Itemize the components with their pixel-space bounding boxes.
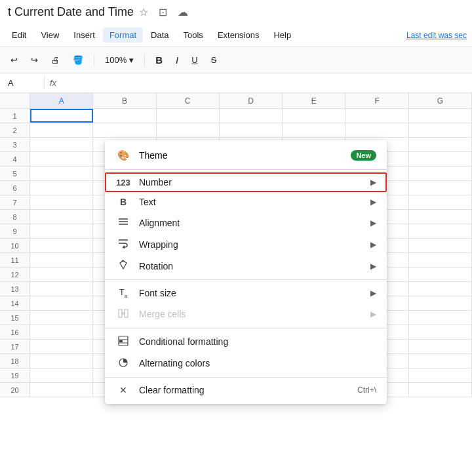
font-size-arrow-icon: ▶ — [370, 288, 376, 298]
zoom-chevron-icon: ▾ — [129, 55, 134, 65]
wrapping-arrow-icon: ▶ — [370, 240, 376, 249]
rotation-label: Rotation — [139, 261, 365, 271]
row-num-14: 14 — [0, 296, 30, 310]
conditional-formatting-menu-item[interactable]: Conditional formatting — [105, 331, 387, 353]
menu-item-format[interactable]: Format — [103, 28, 143, 43]
row-num-8: 8 — [0, 210, 30, 224]
row-num-18: 18 — [0, 354, 30, 368]
grid-row-1: 1 — [0, 109, 472, 123]
clear-formatting-menu-item[interactable]: ✕ Clear formatting Ctrl+\ — [105, 380, 387, 400]
cell-f1[interactable] — [345, 109, 408, 123]
alignment-icon — [115, 216, 131, 229]
conditional-formatting-label: Conditional formatting — [139, 336, 376, 347]
cell-b1[interactable] — [93, 109, 156, 123]
conditional-formatting-icon — [115, 336, 131, 348]
zoom-value: 100% — [105, 55, 127, 65]
text-arrow-icon: ▶ — [370, 197, 376, 207]
col-header-b[interactable]: B — [93, 93, 156, 108]
merge-cells-arrow-icon: ▶ — [370, 309, 376, 319]
menu-bar: Edit View Insert Format Data Tools Exten… — [0, 24, 472, 47]
cell-a1[interactable] — [30, 109, 93, 123]
row-num-15: 15 — [0, 311, 30, 325]
theme-menu-item[interactable]: 🎨 Theme New — [105, 144, 387, 167]
cell-c1[interactable] — [157, 109, 220, 123]
formula-bar: A fx — [0, 73, 472, 93]
divider-3 — [105, 328, 387, 328]
wrapping-icon — [115, 238, 131, 250]
rotation-menu-item[interactable]: Rotation ▶ — [105, 255, 387, 277]
grid-row-2: 2 — [0, 123, 472, 138]
font-size-menu-item[interactable]: Ta Font size ▶ — [105, 283, 387, 304]
bold-button[interactable]: B — [150, 52, 168, 68]
col-header-g[interactable]: G — [409, 93, 472, 108]
wrapping-menu-item[interactable]: Wrapping ▶ — [105, 233, 387, 255]
divider-4 — [105, 377, 387, 378]
row-num-4: 4 — [0, 152, 30, 166]
clear-formatting-icon: ✕ — [115, 385, 131, 395]
clear-formatting-label: Clear formatting — [139, 385, 347, 395]
divider-2 — [105, 279, 387, 280]
star-icon[interactable]: ☆ — [139, 6, 148, 18]
toolbar: ↩ ↪ 🖨 🪣 100% ▾ B I U S — [0, 47, 472, 73]
number-icon: 123 — [115, 178, 131, 188]
rotation-arrow-icon: ▶ — [370, 262, 376, 271]
cell-d1[interactable] — [220, 109, 283, 123]
col-header-a[interactable]: A — [30, 93, 93, 108]
row-num-5: 5 — [0, 167, 30, 180]
row-num-2: 2 — [0, 123, 30, 137]
col-header-e[interactable]: E — [283, 93, 345, 108]
font-size-icon: Ta — [115, 287, 131, 299]
new-badge: New — [351, 150, 376, 161]
alignment-menu-item[interactable]: Alignment ▶ — [105, 212, 387, 233]
cell-e1[interactable] — [283, 109, 345, 123]
row-num-1: 1 — [0, 109, 30, 123]
undo-button[interactable]: ↩ — [5, 52, 23, 68]
zoom-selector[interactable]: 100% ▾ — [100, 52, 139, 68]
cell-a2[interactable] — [30, 123, 93, 137]
menu-item-insert[interactable]: Insert — [67, 28, 102, 43]
cell-g1[interactable] — [409, 109, 472, 123]
menu-item-extensions[interactable]: Extensions — [211, 28, 266, 43]
col-header-f[interactable]: F — [345, 93, 408, 108]
row-num-7: 7 — [0, 195, 30, 209]
toolbar-separator-1 — [94, 54, 94, 67]
redo-button[interactable]: ↪ — [26, 52, 43, 68]
svg-rect-4 — [119, 309, 122, 317]
menu-item-help[interactable]: Help — [267, 28, 298, 43]
number-label: Number — [139, 177, 365, 188]
italic-button[interactable]: I — [170, 52, 184, 68]
menu-item-view[interactable]: View — [34, 28, 66, 43]
merge-cells-menu-item[interactable]: Merge cells ▶ — [105, 304, 387, 325]
menu-item-tools[interactable]: Tools — [177, 28, 210, 43]
title-icons: ☆ ⊡ ☁ — [134, 6, 188, 18]
clear-formatting-shortcut: Ctrl+\ — [357, 386, 376, 395]
paint-format-button[interactable]: 🪣 — [68, 52, 88, 68]
menu-item-edit[interactable]: Edit — [5, 28, 33, 43]
row-num-10: 10 — [0, 239, 30, 252]
rotation-icon — [115, 260, 131, 272]
row-num-9: 9 — [0, 224, 30, 238]
alternating-colors-menu-item[interactable]: Alternating colors — [105, 353, 387, 374]
strikethrough-button[interactable]: S — [206, 52, 222, 68]
print-button[interactable]: 🖨 — [46, 52, 65, 68]
menu-item-data[interactable]: Data — [144, 28, 175, 43]
col-header-d[interactable]: D — [220, 93, 283, 108]
number-menu-item[interactable]: 123 Number ▶ — [105, 172, 387, 192]
theme-icon: 🎨 — [115, 149, 131, 161]
row-num-12: 12 — [0, 268, 30, 281]
cell-reference: A — [5, 77, 45, 89]
col-header-c[interactable]: C — [157, 93, 220, 108]
text-icon: B — [115, 197, 131, 207]
row-num-16: 16 — [0, 325, 30, 339]
underline-button[interactable]: U — [186, 52, 203, 68]
app-title: t Current Date and Time — [8, 5, 134, 19]
column-headers: A B C D E F G — [0, 93, 472, 109]
cloud-icon[interactable]: ☁ — [178, 6, 188, 18]
row-num-19: 19 — [0, 368, 30, 382]
alternating-colors-label: Alternating colors — [139, 358, 376, 368]
text-menu-item[interactable]: B Text ▶ — [105, 192, 387, 212]
last-edit-text[interactable]: Last edit was sec — [406, 31, 467, 40]
folder-icon[interactable]: ⊡ — [159, 6, 167, 18]
merge-cells-icon — [115, 308, 131, 321]
merge-cells-label: Merge cells — [139, 309, 365, 319]
